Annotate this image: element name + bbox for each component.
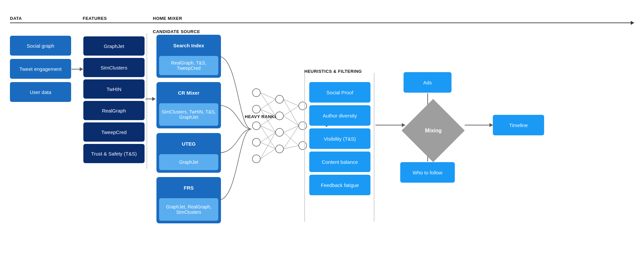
svg-point-5	[276, 95, 283, 103]
svg-line-14	[260, 99, 276, 109]
svg-point-3	[252, 138, 260, 146]
svg-line-31	[283, 146, 299, 149]
cr-mixer-sub-label: SimClusters, TwHIN, T&S, GraphJet	[159, 103, 218, 126]
heuristics-to-mixing-arrow	[375, 125, 405, 125]
social-graph-box[interactable]: Social graph	[10, 36, 71, 56]
twhin-box[interactable]: TwHIN	[83, 79, 145, 99]
svg-line-25	[283, 99, 299, 126]
feedback-fatigue-box[interactable]: Feedback fatigue	[309, 175, 370, 195]
svg-point-8	[276, 145, 283, 153]
candidate-group-4: FRS GraphJet, RealGraph, SimClusters	[156, 177, 221, 223]
social-proof-box[interactable]: Social Proof	[309, 82, 370, 103]
timeline-box[interactable]: Timeline	[493, 115, 544, 135]
svg-point-2	[252, 122, 260, 130]
realgraph-ts-label: RealGraph, T&S, TweepCred	[159, 56, 218, 75]
top-arrow-line	[10, 23, 634, 23]
svg-line-22	[260, 149, 276, 159]
svg-line-27	[283, 116, 299, 126]
simclusters-box[interactable]: SimClusters	[83, 58, 145, 77]
frs-sub-label: GraphJet, RealGraph, SimClusters	[159, 198, 218, 221]
svg-point-11	[299, 142, 307, 150]
candidate-group-1: Search Index RealGraph, T&S, TweepCred	[156, 35, 221, 78]
candidate-group-3: UTEG GraphJet	[156, 133, 221, 173]
who-to-follow-box[interactable]: Who to follow	[400, 162, 455, 183]
svg-point-1	[252, 105, 260, 113]
frs-label: FRS	[159, 180, 218, 196]
cr-mixer-label: CR Mixer	[159, 85, 218, 101]
search-index-label: Search Index	[159, 37, 218, 53]
svg-line-24	[283, 99, 299, 106]
mixing-container: Mixing	[402, 99, 465, 162]
svg-point-9	[299, 102, 307, 110]
mixing-label: Mixing	[425, 128, 442, 134]
ads-box[interactable]: Ads	[404, 72, 451, 93]
svg-line-17	[260, 116, 276, 126]
tweet-engagement-box[interactable]: Tweet engagement	[10, 59, 71, 79]
uteg-sub-label: GraphJet	[159, 154, 218, 170]
heuristics-separator	[304, 73, 305, 222]
author-diversity-box[interactable]: Author diversity	[309, 105, 370, 126]
features-to-candidates-arrow	[146, 99, 155, 99]
uteg-label: UTEG	[159, 136, 218, 152]
visibility-ts-box[interactable]: Visibility (T&S)	[309, 128, 370, 149]
neural-network	[250, 79, 316, 172]
trust-safety-box[interactable]: Trust & Safety (T&S)	[83, 144, 145, 163]
svg-point-4	[252, 155, 260, 163]
svg-line-26	[283, 106, 299, 116]
candidate-group-2: CR Mixer SimClusters, TwHIN, T&S, GraphJ…	[156, 82, 221, 128]
candidate-source-label: CANDIDATE SOURCE	[153, 29, 200, 34]
svg-point-6	[276, 112, 283, 120]
user-data-box[interactable]: User data	[10, 82, 71, 102]
svg-line-20	[260, 132, 276, 142]
mixing-to-timeline-arrow	[465, 125, 493, 125]
heuristics-label: HEURISTICS & FILTERING	[304, 69, 362, 74]
diagram-container: DATA FEATURES HOME MIXER CANDIDATE SOURC…	[0, 0, 644, 272]
data-section-label: DATA	[10, 16, 22, 21]
realgraph-box[interactable]: RealGraph	[83, 101, 145, 120]
tweepcred-box[interactable]: TweepCred	[83, 122, 145, 142]
svg-point-0	[252, 89, 260, 97]
content-balance-box[interactable]: Content balance	[309, 152, 370, 172]
data-to-features-arrow	[71, 69, 83, 69]
svg-line-29	[283, 132, 299, 146]
graphjet-box[interactable]: GraphJet	[83, 36, 145, 56]
home-mixer-section-label: HOME MIXER	[153, 16, 182, 21]
svg-point-7	[276, 128, 283, 136]
heuristics-end-separator	[374, 73, 374, 222]
features-separator	[147, 33, 147, 169]
features-section-label: FEATURES	[83, 16, 107, 21]
svg-point-10	[299, 122, 307, 130]
